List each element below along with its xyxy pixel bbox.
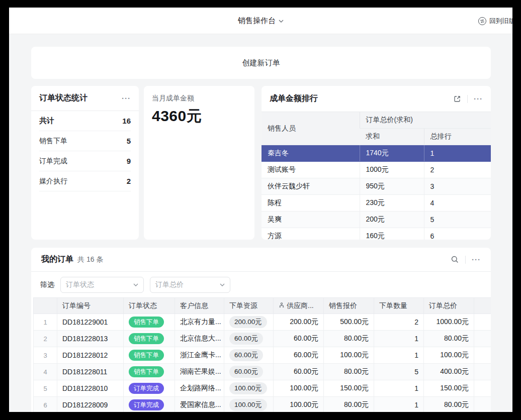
more-icon[interactable]: ··· — [472, 257, 481, 262]
my-orders-card: 我的订单 共 16 条 ··· 筛选 订单状态 — [31, 248, 491, 412]
supplier-cell: 100.00元 — [274, 397, 324, 412]
more-icon[interactable]: ··· — [474, 96, 483, 101]
orders-table: 订单编号订单状态客户信息下单资源供应商...销售报价下单数量订单总价 1DD18… — [33, 297, 491, 412]
month-amount-value: 4360元 — [152, 106, 246, 127]
orders-col-3[interactable]: 客户信息 — [175, 298, 224, 314]
total-cell: 1000.00元 — [424, 314, 474, 331]
top-bar: 销售操作台 回到旧版 — [9, 8, 512, 34]
orders-count: 共 16 条 — [77, 255, 103, 264]
ranking-row[interactable]: 秦吉冬1740元1 — [262, 145, 491, 162]
ranking-row[interactable]: 吴爽200元5 — [262, 212, 491, 228]
ranking-rank-cell: 5 — [424, 212, 491, 228]
filter-order-status-select[interactable]: 订单状态 — [60, 277, 144, 293]
more-icon[interactable]: ··· — [122, 96, 131, 101]
status-row: 共计16 — [39, 111, 131, 131]
ranking-body: 秦吉冬1740元1测试账号1000元2伙伴云魏少轩950元3陈程230元4吴爽2… — [262, 145, 491, 240]
order-row[interactable]: 5DD181228010订单完成企划路网络...100.00元100.00元15… — [34, 380, 491, 397]
orders-col-5[interactable]: 供应商... — [274, 298, 324, 314]
status-badge: 销售下单 — [129, 317, 164, 328]
orders-col-7[interactable]: 下单数量 — [374, 298, 424, 314]
create-order-button[interactable]: 创建新订单 — [31, 47, 491, 79]
ranking-sum-cell: 200元 — [360, 212, 424, 228]
order-status-card: 订单状态统计 ··· 共计16销售下单5订单完成9媒介执行2 — [31, 86, 139, 240]
order-status-cell: 销售下单 — [124, 331, 175, 347]
filter-order-total-select[interactable]: 订单总价 — [150, 277, 230, 293]
order-row-number: 2 — [34, 331, 57, 347]
divider — [467, 95, 468, 103]
customer-cell: 北京信息大... — [175, 331, 224, 347]
quote-cell: 100.00元 — [324, 347, 374, 364]
ranking-person-cell: 吴爽 — [262, 212, 360, 228]
customer-cell: 浙江金鹰卡... — [175, 347, 224, 364]
orders-col-index — [34, 298, 57, 314]
order-number-cell: DD181228013 — [57, 331, 124, 347]
ranking-card: 成单金额排行 ··· 销售人员 订单总价(求和) — [262, 86, 491, 240]
resource-pill: 100.00元 — [229, 399, 267, 411]
app-title-switcher[interactable]: 销售操作台 — [9, 8, 512, 34]
ranking-rank-cell: 4 — [424, 195, 491, 212]
customer-cell: 湖南芒果娱... — [175, 364, 224, 380]
app-window: 销售操作台 回到旧版 创建新订单 订单状态统计 ··· 共计16销售下单5订单完… — [9, 8, 512, 412]
total-cell: 400.00元 — [424, 364, 474, 380]
chevron-down-icon — [220, 283, 225, 286]
order-row[interactable]: 4DD181228011销售下单湖南芒果娱...60.00元60.00元80.0… — [34, 364, 491, 380]
supplier-cell: 200.00元 — [274, 314, 324, 331]
supplier-cell: 60.00元 — [274, 331, 324, 347]
ranking-row[interactable]: 方源160元6 — [262, 228, 491, 240]
status-row: 订单完成9 — [39, 151, 131, 171]
order-row-number: 4 — [34, 364, 57, 380]
filter-order-status-placeholder: 订单状态 — [66, 280, 94, 289]
orders-col-2[interactable]: 订单状态 — [124, 298, 175, 314]
supplier-cell: 100.00元 — [274, 380, 324, 397]
orders-col-1[interactable]: 订单编号 — [57, 298, 124, 314]
order-row[interactable]: 6DD181228009订单完成爱国家信息...100.00元100.00元80… — [34, 397, 491, 412]
filter-bar: 筛选 订单状态 订单总价 — [31, 272, 491, 297]
order-status-cell: 订单完成 — [124, 397, 175, 412]
ranking-col-rank: 总排行 — [424, 129, 491, 145]
status-value: 5 — [127, 137, 131, 145]
supplier-cell: 60.00元 — [274, 347, 324, 364]
supplier-cell: 60.00元 — [274, 364, 324, 380]
resource-cell: 200.00元 — [224, 314, 274, 331]
status-badge: 订单完成 — [129, 399, 164, 410]
order-row[interactable]: 2DD181228013销售下单北京信息大...60.00元60.00元80.0… — [34, 331, 491, 347]
back-to-old-version-button[interactable]: 回到旧版 — [478, 8, 512, 34]
orders-col-4[interactable]: 下单资源 — [224, 298, 274, 314]
status-value: 16 — [122, 117, 131, 125]
orders-col-6[interactable]: 销售报价 — [324, 298, 374, 314]
order-number-cell: DD181228010 — [57, 380, 124, 397]
filter-label: 筛选 — [40, 280, 54, 289]
ranking-col-group: 订单总价(求和) — [360, 112, 491, 129]
order-row[interactable]: 3DD181228012销售下单浙江金鹰卡...60.00元60.00元100.… — [34, 347, 491, 364]
orders-body: 1DD181229001销售下单北京有力量...200.00元200.00元50… — [34, 314, 491, 412]
order-number-cell: DD181229001 — [57, 314, 124, 331]
orders-col-8[interactable]: 订单总价 — [424, 298, 474, 314]
status-label: 媒介执行 — [39, 177, 67, 186]
order-number-cell: DD181228009 — [57, 397, 124, 412]
extra-cell — [474, 314, 491, 331]
quote-cell: 80.00元 — [324, 331, 374, 347]
resource-pill: 200.00元 — [229, 316, 267, 328]
order-row[interactable]: 1DD181229001销售下单北京有力量...200.00元200.00元50… — [34, 314, 491, 331]
order-status-cell: 销售下单 — [124, 314, 175, 331]
quote-cell: 80.00元 — [324, 364, 374, 380]
extra-cell — [474, 397, 491, 412]
ranking-sum-cell: 1740元 — [360, 145, 424, 162]
extra-cell — [474, 331, 491, 347]
quote-cell: 500.00元 — [324, 314, 374, 331]
quantity-cell: 2 — [374, 314, 424, 331]
ranking-rank-cell: 1 — [424, 145, 491, 162]
quote-cell: 80.00元 — [324, 397, 374, 412]
order-number-cell: DD181228012 — [57, 347, 124, 364]
extra-cell — [474, 364, 491, 380]
divider — [465, 256, 466, 264]
ranking-row[interactable]: 伙伴云魏少轩950元3 — [262, 178, 491, 195]
search-icon[interactable] — [451, 255, 459, 264]
ranking-person-cell: 方源 — [262, 228, 360, 240]
customer-cell: 北京有力量... — [175, 314, 224, 331]
open-external-icon[interactable] — [453, 95, 461, 103]
total-cell: 80.00元 — [424, 397, 474, 412]
ranking-row[interactable]: 陈程230元4 — [262, 195, 491, 212]
ranking-row[interactable]: 测试账号1000元2 — [262, 162, 491, 178]
order-status-cell: 销售下单 — [124, 347, 175, 364]
